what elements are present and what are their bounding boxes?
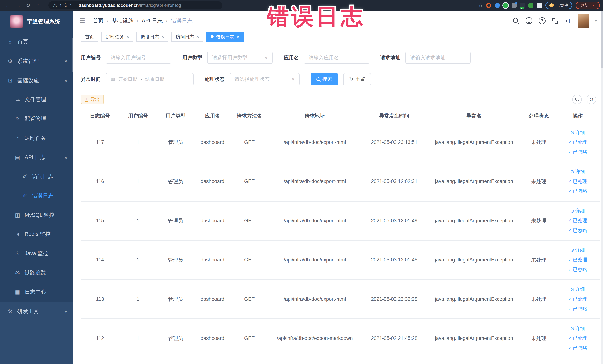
sidebar-item-mysql-monitor[interactable]: ◫MySQL 监控 [0, 205, 73, 225]
breadcrumb-item[interactable]: 首页 [93, 17, 104, 24]
sidebar-item-config-management[interactable]: ✎配置管理 [0, 109, 73, 129]
github-icon[interactable] [525, 17, 533, 24]
home-icon[interactable]: ⌂ [33, 2, 43, 9]
extension-leaf-icon[interactable] [529, 3, 533, 8]
refresh-table-button[interactable]: ↻ [587, 94, 596, 104]
breadcrumb-item[interactable]: API 日志 [142, 17, 162, 24]
process-status-select[interactable]: 请选择处理状态 ∨ [230, 73, 300, 85]
font-size-icon[interactable]: тT [565, 17, 572, 24]
sidebar-item-api-log[interactable]: ▤API 日志∧ [0, 148, 73, 167]
op-已处理-link[interactable]: 已处理 [568, 216, 587, 225]
sidebar-item-log-center[interactable]: ▣日志中心 [0, 282, 73, 302]
collapse-menu-icon[interactable]: ☰ [79, 17, 85, 25]
op-详细-link[interactable]: 详细 [570, 167, 585, 176]
op-详细-link[interactable]: 详细 [570, 324, 585, 333]
sidebar-item-scheduled-tasks[interactable]: ◔定时任务 [0, 129, 73, 148]
cell-url: /api/infra/db-doc/export-html [268, 162, 361, 201]
browser-window: 错误日志 ← → ↻ ⌂ ⚠ 不安全 dashboard.yudao.iocod… [0, 0, 603, 364]
op-详细-link[interactable]: 详细 [570, 246, 585, 254]
op-label: 已忽略 [573, 187, 587, 195]
check-icon [568, 216, 572, 225]
sidebar-item-java-monitor[interactable]: ♨Java 监控 [0, 244, 73, 263]
help-icon[interactable] [538, 17, 546, 24]
window-scrollbar[interactable] [601, 11, 603, 364]
op-已忽略-link[interactable]: 已忽略 [568, 265, 587, 274]
sidebar-item-infrastructure[interactable]: ⊡基础设施∧ [0, 71, 73, 90]
tab-访问日志[interactable]: 访问日志× [172, 32, 203, 42]
op-已处理-link[interactable]: 已处理 [568, 138, 587, 147]
app-logo-row[interactable]: 芋道管理系统 [0, 11, 73, 32]
op-已忽略-link[interactable]: 已忽略 [568, 344, 587, 352]
breadcrumb-item[interactable]: 基础设施 [112, 17, 133, 24]
bookmark-star-icon[interactable]: ☆ [478, 2, 483, 8]
close-icon[interactable]: × [237, 34, 240, 39]
op-已忽略-link[interactable]: 已忽略 [568, 187, 587, 196]
op-已忽略-link[interactable]: 已忽略 [568, 148, 587, 156]
sidebar-item-home[interactable]: ⌂首页 [0, 32, 73, 52]
close-icon[interactable]: × [196, 34, 199, 39]
paused-pill[interactable]: 已暂停 [545, 2, 572, 9]
op-详细-link[interactable]: 详细 [570, 207, 585, 215]
toggle-search-button[interactable] [572, 94, 582, 104]
export-button[interactable]: 导出 [81, 95, 104, 104]
tools-icon: ⚒ [7, 308, 13, 315]
extensions-puzzle-icon[interactable] [537, 3, 542, 8]
sidebar-item-dev-tools[interactable]: ⚒研发工具∨ [0, 302, 73, 321]
extension-grid-icon[interactable] [512, 3, 517, 8]
scrollbar-thumb[interactable] [601, 11, 603, 69]
close-icon[interactable]: × [162, 34, 164, 39]
extension-green-icon[interactable] [503, 3, 508, 8]
extension-shield-icon[interactable] [495, 3, 500, 8]
op-已处理-link[interactable]: 已处理 [568, 177, 587, 186]
close-icon[interactable]: × [127, 34, 129, 39]
browser-toolbar: ☆ 已暂停 更新 ⋮ [478, 2, 600, 9]
user-avatar[interactable] [578, 13, 589, 28]
search-button[interactable]: 搜索 [311, 73, 338, 85]
request-url-input[interactable] [406, 52, 471, 64]
cell-exception: java.lang.IllegalArgumentException [427, 162, 521, 201]
tab-调度日志[interactable]: 调度日志× [136, 32, 168, 42]
extension-orange-icon[interactable] [486, 3, 491, 8]
tab-label: 错误日志 [216, 34, 234, 40]
search-icon[interactable] [512, 17, 520, 24]
user-id-input[interactable] [106, 52, 171, 64]
user-type-select[interactable]: 请选择用户类型 ∨ [207, 52, 273, 64]
op-已处理-link[interactable]: 已处理 [568, 334, 587, 343]
address-bar[interactable]: ⚠ 不安全 dashboard.yudao.iocoder.cn/infra/l… [48, 1, 222, 10]
op-已处理-link[interactable]: 已处理 [568, 295, 587, 303]
forward-icon[interactable]: → [13, 2, 23, 9]
op-详细-link[interactable]: 详细 [570, 128, 585, 137]
breadcrumb-separator: / [137, 18, 138, 24]
cell-user_type: 管理员 [157, 241, 194, 279]
sidebar-menu: ⌂首页⚙系统管理∨⊡基础设施∧☁文件管理✎配置管理◔定时任务▤API 日志∧✐访… [0, 32, 73, 302]
sidebar-item-error-log[interactable]: ✐错误日志 [0, 186, 73, 205]
check-icon [568, 187, 572, 196]
exception-time-range-picker[interactable]: ▦ 开始日期 - 结束日期 [106, 73, 194, 85]
op-已处理-link[interactable]: 已处理 [568, 256, 587, 264]
sidebar-item-file-management[interactable]: ☁文件管理 [0, 90, 73, 109]
reset-button[interactable]: ↻ 重置 [343, 73, 371, 85]
sidebar-item-redis-monitor[interactable]: ≋Redis 监控 [0, 225, 73, 244]
sidebar-item-link-trace[interactable]: ◎链路追踪 [0, 263, 73, 282]
tab-错误日志[interactable]: 错误日志× [206, 32, 244, 42]
browser-menu-icon[interactable]: ⋮ [591, 3, 596, 8]
check-icon [568, 265, 572, 274]
fullscreen-icon[interactable] [551, 17, 559, 24]
sidebar-item-access-log[interactable]: ✐访问日志 [0, 167, 73, 186]
tab-首页[interactable]: 首页 [81, 32, 98, 42]
extension-on-badge-icon[interactable] [520, 3, 525, 8]
back-icon[interactable]: ← [3, 2, 13, 9]
op-详细-link[interactable]: 详细 [570, 285, 585, 294]
reload-icon[interactable]: ↻ [23, 2, 33, 9]
user-menu-caret-icon[interactable]: ▾ [595, 19, 597, 23]
column-header: 异常发生时间 [361, 109, 427, 123]
refresh-icon: ↻ [589, 96, 593, 103]
update-button[interactable]: 更新 ⋮ [576, 2, 600, 9]
sidebar-item-system-management[interactable]: ⚙系统管理∨ [0, 52, 73, 71]
op-label: 已处理 [573, 138, 587, 146]
op-已忽略-link[interactable]: 已忽略 [568, 226, 587, 235]
app-name-input[interactable] [304, 52, 369, 64]
column-header: 请求方法名 [231, 109, 268, 123]
tab-定时任务[interactable]: 定时任务× [101, 32, 133, 42]
op-已忽略-link[interactable]: 已忽略 [568, 305, 587, 313]
